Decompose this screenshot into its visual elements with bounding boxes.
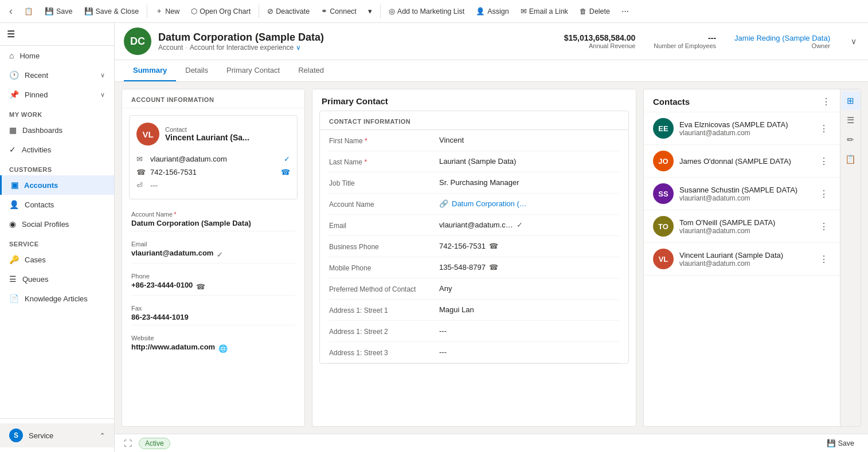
pinned-expand-icon: ∨ bbox=[100, 91, 105, 99]
sidebar-item-activities[interactable]: ✓ Activities bbox=[0, 140, 114, 159]
recent-expand-icon: ∨ bbox=[100, 72, 105, 79]
website-label: Website bbox=[131, 335, 295, 341]
list-item[interactable]: EE Eva Elznicovas (SAMPLE DATA) vlaurian… bbox=[644, 112, 840, 145]
sidebar-item-cases[interactable]: 🔑 Cases bbox=[0, 250, 114, 269]
sidebar-item-recent[interactable]: 🕐 Recent ∨ bbox=[0, 65, 114, 85]
sidebar: ☰ ⌂ Home 🕐 Recent ∨ 📌 Pinned ∨ My Work ▦… bbox=[0, 23, 115, 452]
email-pc-action-icon[interactable]: ✓ bbox=[517, 221, 523, 229]
business-phone-field: Business Phone 742-156-7531 ☎ bbox=[329, 236, 619, 257]
first-name-label: First Name bbox=[329, 137, 363, 145]
contact-to-more[interactable]: ⋮ bbox=[817, 220, 831, 233]
contact-ss-avatar: SS bbox=[653, 183, 674, 204]
more-dropdown-button[interactable]: ▾ bbox=[363, 5, 377, 18]
address-street2-value: --- bbox=[439, 327, 619, 335]
tab-details[interactable]: Details bbox=[176, 60, 217, 81]
phone-call-icon[interactable]: ☎ bbox=[196, 282, 205, 291]
contact-vl-email: vlauriant@adatum.com bbox=[679, 260, 811, 268]
email-copy-icon[interactable]: ✓ bbox=[217, 250, 223, 259]
website-icon[interactable]: 🌐 bbox=[218, 344, 228, 353]
service-section-label: Service bbox=[0, 234, 114, 250]
contact-jo-more[interactable]: ⋮ bbox=[817, 155, 831, 168]
email-value: vlauriant@adatum.com bbox=[131, 249, 213, 261]
tabs: Summary Details Primary Contact Related bbox=[115, 60, 868, 82]
job-title-value: Sr. Purchasing Manager bbox=[439, 178, 619, 187]
email-link-icon: ✉ bbox=[521, 7, 527, 15]
sidebar-item-social-profiles[interactable]: ◉ Social Profiles bbox=[0, 214, 114, 234]
side-icon-strip: ⊞ ☰ ✏ 📋 bbox=[840, 89, 861, 426]
account-name-pc-value: 🔗 Datum Corporation (… bbox=[439, 199, 619, 208]
save-close-icon: 💾 bbox=[84, 7, 93, 15]
list-item[interactable]: VL Vincent Lauriant (Sample Data) vlauri… bbox=[644, 243, 840, 276]
email-action-icon[interactable]: ✓ bbox=[284, 155, 290, 163]
address-street2-label: Address 1: Street 2 bbox=[329, 327, 432, 336]
form-view-button[interactable]: 📋 bbox=[19, 5, 38, 18]
connect-button[interactable]: ⚭ Connect bbox=[316, 5, 361, 18]
email-field: Email vlauriant@adatum.com ✓ bbox=[122, 236, 304, 268]
contact-to-name: Tom O'Neill (SAMPLE DATA) bbox=[679, 218, 811, 227]
sidebar-bottom-service[interactable]: S Service ⌃ bbox=[0, 423, 114, 447]
record-title: Datum Corporation (Sample Data) bbox=[158, 32, 557, 44]
contact-to-avatar: TO bbox=[653, 216, 674, 237]
expand-view-button[interactable]: ⛶ bbox=[124, 439, 132, 448]
delete-button[interactable]: 🗑 Delete bbox=[575, 5, 615, 18]
contact-avatar: VL bbox=[136, 123, 159, 146]
deactivate-button[interactable]: ⊘ Deactivate bbox=[263, 5, 314, 18]
edit-icon-button[interactable]: ✏ bbox=[842, 131, 860, 149]
contact-vl-more[interactable]: ⋮ bbox=[817, 253, 831, 266]
phone-icon: ☎ bbox=[136, 168, 146, 176]
bottom-save-button[interactable]: 💾 Save bbox=[822, 437, 859, 450]
contact-form: First Name * Vincent Last Name * bbox=[320, 130, 628, 363]
document-icon-button[interactable]: 📋 bbox=[842, 150, 860, 168]
business-phone-label: Business Phone bbox=[329, 242, 432, 251]
record-meta: $15,013,658,584.00 Annual Revenue --- Nu… bbox=[564, 33, 859, 49]
sidebar-item-dashboards[interactable]: ▦ Dashboards bbox=[0, 120, 114, 140]
tab-related[interactable]: Related bbox=[289, 60, 333, 81]
contact-ee-more[interactable]: ⋮ bbox=[817, 122, 831, 135]
mobile-phone-value: 135-548-8797 ☎ bbox=[439, 263, 619, 272]
process-chevron[interactable]: ∨ bbox=[296, 44, 301, 52]
bottom-save-icon: 💾 bbox=[827, 439, 836, 447]
sidebar-item-knowledge-articles[interactable]: 📄 Knowledge Articles bbox=[0, 289, 114, 308]
back-button[interactable]: ‹ bbox=[5, 3, 17, 19]
sidebar-item-accounts[interactable]: ▣ Accounts bbox=[0, 175, 114, 195]
list-item[interactable]: SS Susanne Schustin (SAMPLE DATA) vlauri… bbox=[644, 178, 840, 210]
email-link-button[interactable]: ✉ Email a Link bbox=[516, 5, 573, 18]
new-button[interactable]: ＋ New bbox=[151, 4, 184, 18]
add-marketing-list-button[interactable]: ◎ Add to Marketing List bbox=[384, 5, 469, 18]
website-field: Website http://www.adatum.com 🌐 bbox=[122, 330, 304, 359]
contact-ss-name: Susanne Schustin (SAMPLE DATA) bbox=[679, 186, 811, 194]
tab-summary[interactable]: Summary bbox=[124, 60, 176, 81]
contact-email: vlauriant@adatum.com bbox=[150, 155, 227, 163]
assign-button[interactable]: 👤 Assign bbox=[471, 5, 514, 18]
contacts-panel-title: Contacts bbox=[653, 97, 690, 107]
account-name-pc-field: Account Name 🔗 Datum Corporation (… bbox=[329, 194, 619, 215]
business-phone-action-icon[interactable]: ☎ bbox=[489, 242, 498, 250]
list-view-icon-button[interactable]: ☰ bbox=[842, 111, 860, 129]
sidebar-item-queues[interactable]: ☰ Queues bbox=[0, 269, 114, 289]
owner-value[interactable]: Jamie Reding (Sample Data) bbox=[734, 34, 830, 42]
address-street2-field: Address 1: Street 2 --- bbox=[329, 321, 619, 342]
contacts-view-icon-button[interactable]: ⊞ bbox=[842, 92, 860, 110]
list-item[interactable]: TO Tom O'Neill (SAMPLE DATA) vlauriant@a… bbox=[644, 210, 840, 243]
save-close-button[interactable]: 💾 Save & Close bbox=[80, 5, 144, 18]
open-org-chart-button[interactable]: ⬡ Open Org Chart bbox=[186, 5, 255, 18]
primary-contact-header: Primary Contact bbox=[312, 89, 636, 111]
mobile-phone-action-icon[interactable]: ☎ bbox=[489, 263, 498, 272]
sidebar-item-home[interactable]: ⌂ Home bbox=[0, 46, 114, 65]
hamburger-icon[interactable]: ☰ bbox=[7, 29, 15, 40]
sidebar-item-contacts[interactable]: 👤 Contacts bbox=[0, 195, 114, 214]
home-icon: ⌂ bbox=[9, 51, 14, 60]
overflow-button[interactable]: ⋯ bbox=[617, 5, 634, 18]
list-item[interactable]: JO James O'donnal (SAMPLE DATA) ⋮ bbox=[644, 145, 840, 178]
email-pc-field: Email vlauriant@adatum.c… ✓ bbox=[329, 215, 619, 236]
annual-revenue-value: $15,013,658,584.00 bbox=[564, 33, 636, 42]
sidebar-item-pinned[interactable]: 📌 Pinned ∨ bbox=[0, 85, 114, 104]
contact-vl-avatar: VL bbox=[653, 249, 674, 269]
header-expand-button[interactable]: ∨ bbox=[849, 34, 859, 48]
tab-primary-contact[interactable]: Primary Contact bbox=[217, 60, 289, 81]
address-street1-label: Address 1: Street 1 bbox=[329, 305, 432, 315]
contacts-more-button[interactable]: ⋮ bbox=[822, 96, 831, 107]
phone-action-icon[interactable]: ☎ bbox=[281, 168, 290, 176]
save-button[interactable]: 💾 Save bbox=[40, 5, 77, 18]
contact-ss-more[interactable]: ⋮ bbox=[817, 187, 831, 201]
